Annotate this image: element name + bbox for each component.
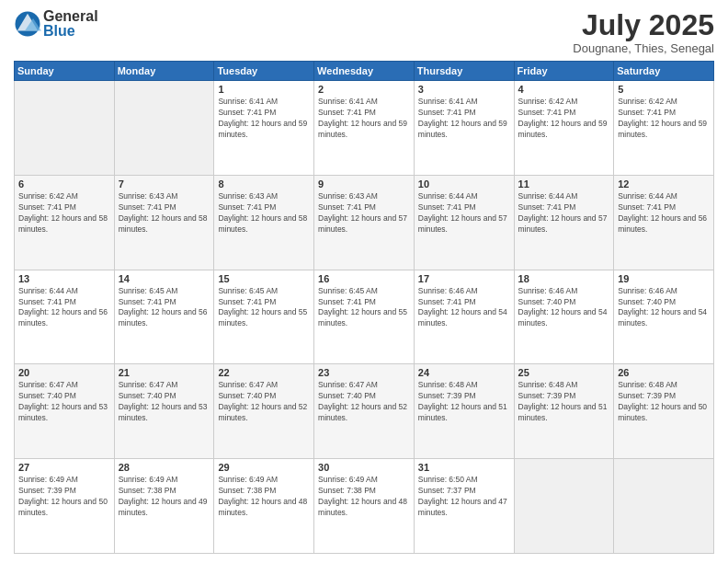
calendar-cell: 21Sunrise: 6:47 AMSunset: 7:40 PMDayligh… bbox=[114, 364, 214, 459]
day-number: 31 bbox=[418, 462, 510, 473]
day-number: 23 bbox=[318, 367, 410, 378]
logo-general-text: General bbox=[43, 9, 98, 24]
day-number: 20 bbox=[18, 367, 110, 378]
calendar-cell: 11Sunrise: 6:44 AMSunset: 7:41 PMDayligh… bbox=[514, 175, 614, 270]
calendar-cell: 15Sunrise: 6:45 AMSunset: 7:41 PMDayligh… bbox=[214, 270, 314, 364]
day-number: 29 bbox=[218, 462, 310, 473]
day-info: Sunrise: 6:45 AMSunset: 7:41 PMDaylight:… bbox=[318, 286, 410, 330]
calendar-cell: 6Sunrise: 6:42 AMSunset: 7:41 PMDaylight… bbox=[15, 175, 115, 270]
day-number: 14 bbox=[119, 273, 210, 284]
logo: General Blue bbox=[14, 9, 98, 39]
day-number: 4 bbox=[518, 84, 610, 95]
page: General Blue July 2025 Dougnane, Thies, … bbox=[0, 0, 728, 563]
day-info: Sunrise: 6:41 AMSunset: 7:41 PMDaylight:… bbox=[218, 97, 310, 141]
calendar-cell: 2Sunrise: 6:41 AMSunset: 7:41 PMDaylight… bbox=[314, 81, 415, 176]
logo-icon bbox=[14, 10, 41, 38]
day-info: Sunrise: 6:48 AMSunset: 7:39 PMDaylight:… bbox=[618, 380, 710, 424]
day-number: 10 bbox=[418, 178, 510, 190]
calendar-cell: 10Sunrise: 6:44 AMSunset: 7:41 PMDayligh… bbox=[414, 175, 514, 270]
day-number: 19 bbox=[618, 273, 710, 284]
day-info: Sunrise: 6:43 AMSunset: 7:41 PMDaylight:… bbox=[218, 191, 310, 236]
day-info: Sunrise: 6:47 AMSunset: 7:40 PMDaylight:… bbox=[18, 380, 110, 424]
day-number: 22 bbox=[218, 367, 310, 378]
day-info: Sunrise: 6:41 AMSunset: 7:41 PMDaylight:… bbox=[418, 97, 510, 141]
day-header: Monday bbox=[114, 62, 214, 81]
day-info: Sunrise: 6:49 AMSunset: 7:38 PMDaylight:… bbox=[218, 475, 310, 519]
day-info: Sunrise: 6:46 AMSunset: 7:40 PMDaylight:… bbox=[518, 286, 610, 330]
day-info: Sunrise: 6:42 AMSunset: 7:41 PMDaylight:… bbox=[518, 97, 610, 141]
calendar-cell: 25Sunrise: 6:48 AMSunset: 7:39 PMDayligh… bbox=[514, 364, 614, 459]
day-number: 16 bbox=[318, 273, 410, 284]
day-info: Sunrise: 6:50 AMSunset: 7:37 PMDaylight:… bbox=[418, 475, 510, 519]
calendar-cell bbox=[514, 459, 614, 554]
calendar-cell: 3Sunrise: 6:41 AMSunset: 7:41 PMDaylight… bbox=[414, 81, 514, 176]
logo-text: General Blue bbox=[43, 9, 98, 39]
day-info: Sunrise: 6:46 AMSunset: 7:40 PMDaylight:… bbox=[618, 286, 710, 330]
day-number: 25 bbox=[518, 367, 610, 378]
day-info: Sunrise: 6:48 AMSunset: 7:39 PMDaylight:… bbox=[418, 380, 510, 424]
calendar-cell: 14Sunrise: 6:45 AMSunset: 7:41 PMDayligh… bbox=[114, 270, 214, 364]
day-info: Sunrise: 6:43 AMSunset: 7:41 PMDaylight:… bbox=[119, 191, 210, 236]
day-info: Sunrise: 6:44 AMSunset: 7:41 PMDaylight:… bbox=[418, 191, 510, 236]
calendar-cell bbox=[614, 459, 714, 554]
day-info: Sunrise: 6:46 AMSunset: 7:41 PMDaylight:… bbox=[418, 286, 510, 330]
calendar-cell: 20Sunrise: 6:47 AMSunset: 7:40 PMDayligh… bbox=[15, 364, 115, 459]
day-info: Sunrise: 6:42 AMSunset: 7:41 PMDaylight:… bbox=[618, 97, 710, 141]
day-number: 3 bbox=[418, 84, 510, 95]
day-number: 21 bbox=[119, 367, 210, 378]
title-block: July 2025 Dougnane, Thies, Senegal bbox=[573, 9, 714, 55]
day-number: 12 bbox=[618, 178, 710, 190]
day-info: Sunrise: 6:47 AMSunset: 7:40 PMDaylight:… bbox=[119, 380, 210, 424]
calendar-cell: 18Sunrise: 6:46 AMSunset: 7:40 PMDayligh… bbox=[514, 270, 614, 364]
day-header: Thursday bbox=[414, 62, 514, 81]
day-number: 9 bbox=[318, 178, 410, 190]
day-info: Sunrise: 6:47 AMSunset: 7:40 PMDaylight:… bbox=[218, 380, 310, 424]
calendar-cell: 16Sunrise: 6:45 AMSunset: 7:41 PMDayligh… bbox=[314, 270, 415, 364]
day-number: 11 bbox=[518, 178, 610, 190]
logo-blue-text: Blue bbox=[43, 24, 98, 39]
day-info: Sunrise: 6:41 AMSunset: 7:41 PMDaylight:… bbox=[318, 97, 410, 141]
calendar-cell: 8Sunrise: 6:43 AMSunset: 7:41 PMDaylight… bbox=[214, 175, 314, 270]
day-info: Sunrise: 6:44 AMSunset: 7:41 PMDaylight:… bbox=[518, 191, 610, 236]
day-header: Sunday bbox=[15, 62, 115, 81]
calendar-cell: 12Sunrise: 6:44 AMSunset: 7:41 PMDayligh… bbox=[614, 175, 714, 270]
day-info: Sunrise: 6:49 AMSunset: 7:39 PMDaylight:… bbox=[18, 475, 110, 519]
calendar-week-row: 6Sunrise: 6:42 AMSunset: 7:41 PMDaylight… bbox=[15, 175, 714, 270]
day-info: Sunrise: 6:44 AMSunset: 7:41 PMDaylight:… bbox=[18, 286, 110, 330]
day-info: Sunrise: 6:43 AMSunset: 7:41 PMDaylight:… bbox=[318, 191, 410, 236]
calendar-cell: 24Sunrise: 6:48 AMSunset: 7:39 PMDayligh… bbox=[414, 364, 514, 459]
calendar-cell: 27Sunrise: 6:49 AMSunset: 7:39 PMDayligh… bbox=[15, 459, 115, 554]
day-info: Sunrise: 6:42 AMSunset: 7:41 PMDaylight:… bbox=[18, 191, 110, 236]
day-number: 28 bbox=[119, 462, 210, 473]
day-info: Sunrise: 6:44 AMSunset: 7:41 PMDaylight:… bbox=[618, 191, 710, 236]
day-header: Saturday bbox=[614, 62, 714, 81]
day-header: Friday bbox=[514, 62, 614, 81]
calendar-cell: 5Sunrise: 6:42 AMSunset: 7:41 PMDaylight… bbox=[614, 81, 714, 176]
day-header: Wednesday bbox=[314, 62, 415, 81]
calendar-cell: 9Sunrise: 6:43 AMSunset: 7:41 PMDaylight… bbox=[314, 175, 415, 270]
calendar-cell: 23Sunrise: 6:47 AMSunset: 7:40 PMDayligh… bbox=[314, 364, 415, 459]
day-number: 8 bbox=[218, 178, 310, 190]
day-number: 30 bbox=[318, 462, 410, 473]
day-number: 13 bbox=[18, 273, 110, 284]
calendar-cell: 4Sunrise: 6:42 AMSunset: 7:41 PMDaylight… bbox=[514, 81, 614, 176]
calendar-cell bbox=[114, 81, 214, 176]
location: Dougnane, Thies, Senegal bbox=[573, 41, 714, 55]
calendar-cell: 1Sunrise: 6:41 AMSunset: 7:41 PMDaylight… bbox=[214, 81, 314, 176]
day-number: 15 bbox=[218, 273, 310, 284]
day-info: Sunrise: 6:48 AMSunset: 7:39 PMDaylight:… bbox=[518, 380, 610, 424]
day-number: 26 bbox=[618, 367, 710, 378]
calendar-cell: 31Sunrise: 6:50 AMSunset: 7:37 PMDayligh… bbox=[414, 459, 514, 554]
day-number: 6 bbox=[18, 178, 110, 190]
day-number: 5 bbox=[618, 84, 710, 95]
header: General Blue July 2025 Dougnane, Thies, … bbox=[14, 9, 714, 55]
day-number: 27 bbox=[18, 462, 110, 473]
day-header: Tuesday bbox=[214, 62, 314, 81]
calendar-week-row: 27Sunrise: 6:49 AMSunset: 7:39 PMDayligh… bbox=[15, 459, 714, 554]
calendar-week-row: 1Sunrise: 6:41 AMSunset: 7:41 PMDaylight… bbox=[15, 81, 714, 176]
calendar-week-row: 20Sunrise: 6:47 AMSunset: 7:40 PMDayligh… bbox=[15, 364, 714, 459]
calendar-cell: 22Sunrise: 6:47 AMSunset: 7:40 PMDayligh… bbox=[214, 364, 314, 459]
day-info: Sunrise: 6:47 AMSunset: 7:40 PMDaylight:… bbox=[318, 380, 410, 424]
day-number: 2 bbox=[318, 84, 410, 95]
calendar-cell: 19Sunrise: 6:46 AMSunset: 7:40 PMDayligh… bbox=[614, 270, 714, 364]
